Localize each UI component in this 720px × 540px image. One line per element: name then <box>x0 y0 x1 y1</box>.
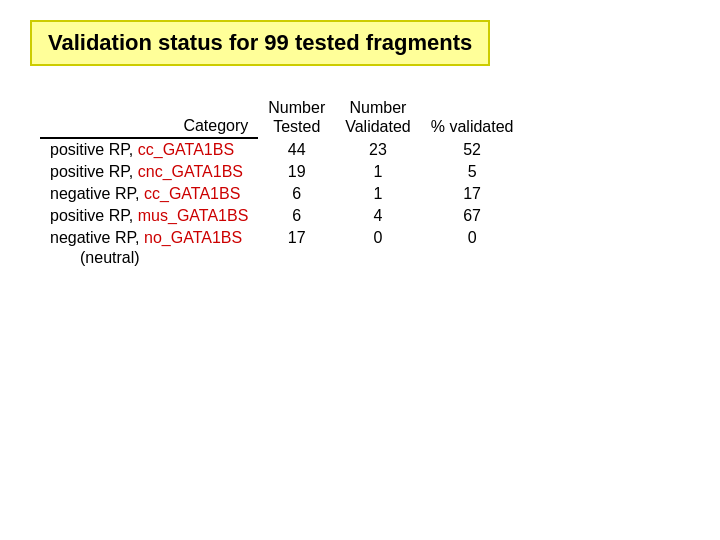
category-red-text: cc_GATA1BS <box>138 141 234 158</box>
table-row: positive RP, cnc_GATA1BS1915 <box>40 161 523 183</box>
table-row: negative RP, cc_GATA1BS6117 <box>40 183 523 205</box>
category-red-text: no_GATA1BS <box>144 229 242 246</box>
cell-number-validated: 0 <box>335 227 421 249</box>
cell-number-tested: 19 <box>258 161 335 183</box>
title-box: Validation status for 99 tested fragment… <box>30 20 490 66</box>
cell-pct-validated: 0 <box>421 227 524 249</box>
header-pct-validated: % validated <box>421 96 524 138</box>
page-container: Validation status for 99 tested fragment… <box>0 0 720 540</box>
category-red-text: cnc_GATA1BS <box>138 163 243 180</box>
header-number-tested: Number Tested <box>258 96 335 138</box>
cell-category: positive RP, cnc_GATA1BS <box>40 161 258 183</box>
cell-pct-validated: 67 <box>421 205 524 227</box>
cell-pct-validated: 5 <box>421 161 524 183</box>
category-red-text: cc_GATA1BS <box>144 185 240 202</box>
cell-number-tested: 17 <box>258 227 335 249</box>
neutral-note-row: (neutral) <box>40 249 523 269</box>
cell-category: negative RP, cc_GATA1BS <box>40 183 258 205</box>
cell-number-tested: 6 <box>258 183 335 205</box>
cell-number-validated: 1 <box>335 183 421 205</box>
cell-number-validated: 23 <box>335 138 421 161</box>
table-row: positive RP, mus_GATA1BS6467 <box>40 205 523 227</box>
category-red-text: mus_GATA1BS <box>138 207 249 224</box>
cell-number-validated: 4 <box>335 205 421 227</box>
cell-number-tested: 44 <box>258 138 335 161</box>
cell-number-validated: 1 <box>335 161 421 183</box>
cell-category: positive RP, cc_GATA1BS <box>40 138 258 161</box>
cell-pct-validated: 52 <box>421 138 524 161</box>
cell-category: positive RP, mus_GATA1BS <box>40 205 258 227</box>
neutral-note: (neutral) <box>40 249 258 269</box>
table-body: positive RP, cc_GATA1BS442352positive RP… <box>40 138 523 269</box>
table-header-row: Category Number Tested Number Validated … <box>40 96 523 138</box>
data-table: Category Number Tested Number Validated … <box>40 96 523 269</box>
table-row: positive RP, cc_GATA1BS442352 <box>40 138 523 161</box>
header-number-validated: Number Validated <box>335 96 421 138</box>
page-title: Validation status for 99 tested fragment… <box>48 30 472 55</box>
cell-number-tested: 6 <box>258 205 335 227</box>
cell-pct-validated: 17 <box>421 183 524 205</box>
table-row: negative RP, no_GATA1BS1700 <box>40 227 523 249</box>
header-category: Category <box>40 96 258 138</box>
cell-category: negative RP, no_GATA1BS <box>40 227 258 249</box>
